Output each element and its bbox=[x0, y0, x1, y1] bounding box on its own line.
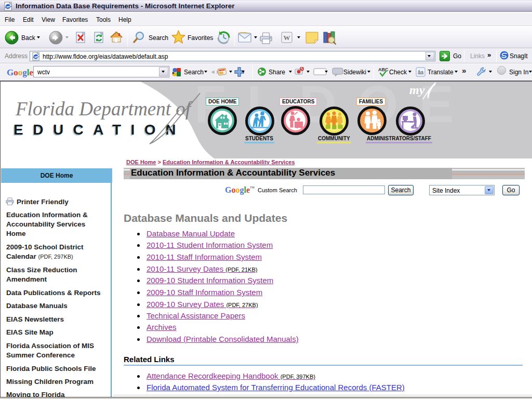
svg-text:ABC: ABC bbox=[378, 67, 389, 72]
svg-text:W: W bbox=[284, 34, 290, 42]
svg-text:âa: âa bbox=[418, 70, 424, 75]
